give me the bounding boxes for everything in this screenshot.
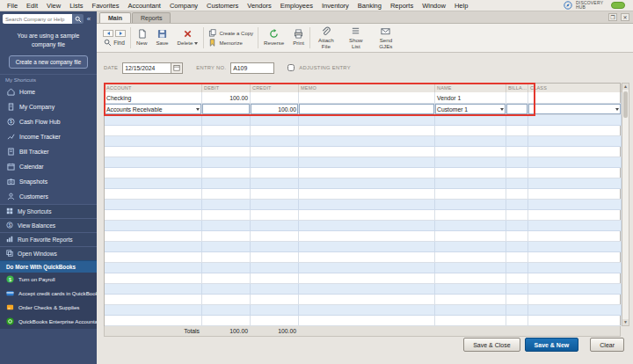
- create-copy-button[interactable]: Create a Copy: [208, 29, 253, 37]
- sidebar-item-turn-on-payroll[interactable]: $ Turn on Payroll: [0, 273, 97, 287]
- journal-empty-cell[interactable]: [202, 242, 251, 252]
- journal-empty-cell[interactable]: [299, 273, 435, 284]
- journal-empty-cell[interactable]: [299, 178, 435, 189]
- journal-empty-row[interactable]: [105, 316, 620, 326]
- journal-empty-row[interactable]: [105, 263, 620, 273]
- journal-empty-cell[interactable]: [506, 221, 528, 231]
- journal-empty-cell[interactable]: [528, 136, 622, 147]
- journal-empty-cell[interactable]: [506, 136, 528, 147]
- account-dropdown-icon[interactable]: [196, 108, 200, 111]
- menu-item-reports[interactable]: Reports: [386, 2, 418, 10]
- journal-empty-cell[interactable]: [251, 210, 299, 221]
- journal-empty-cell[interactable]: [299, 168, 435, 178]
- forward-button[interactable]: [115, 30, 126, 37]
- journal-empty-cell[interactable]: [506, 252, 528, 263]
- save-new-button[interactable]: Save & New: [525, 338, 579, 352]
- memo-cell[interactable]: [299, 92, 435, 104]
- journal-empty-row[interactable]: [105, 126, 620, 136]
- journal-empty-cell[interactable]: [528, 126, 622, 136]
- journal-empty-cell[interactable]: [506, 157, 528, 168]
- journal-empty-cell[interactable]: [528, 178, 622, 189]
- journal-empty-cell[interactable]: [105, 231, 202, 242]
- clear-button[interactable]: Clear: [590, 338, 624, 352]
- journal-empty-cell[interactable]: [251, 305, 299, 316]
- journal-empty-cell[interactable]: [528, 231, 622, 242]
- journal-empty-cell[interactable]: [202, 221, 251, 231]
- journal-empty-cell[interactable]: [435, 284, 506, 295]
- account-cell[interactable]: Checking: [105, 92, 202, 104]
- journal-empty-cell[interactable]: [299, 189, 435, 200]
- journal-empty-cell[interactable]: [528, 147, 622, 157]
- journal-empty-cell[interactable]: [251, 263, 299, 273]
- journal-empty-row[interactable]: [105, 305, 620, 316]
- journal-empty-cell[interactable]: [506, 115, 528, 126]
- journal-empty-cell[interactable]: [251, 273, 299, 284]
- journal-empty-cell[interactable]: [435, 200, 506, 210]
- journal-empty-cell[interactable]: [202, 147, 251, 157]
- journal-empty-cell[interactable]: [105, 157, 202, 168]
- journal-empty-cell[interactable]: [105, 168, 202, 178]
- name-cell[interactable]: Vendor 1: [435, 92, 506, 104]
- credit-cell[interactable]: 100.00: [251, 104, 299, 115]
- journal-empty-cell[interactable]: [105, 178, 202, 189]
- journal-empty-cell[interactable]: [202, 200, 251, 210]
- tab-main[interactable]: Main: [99, 12, 131, 23]
- journal-empty-cell[interactable]: [251, 242, 299, 252]
- close-window-icon[interactable]: ✕: [621, 13, 629, 21]
- journal-empty-cell[interactable]: [105, 305, 202, 316]
- sidebar-collapse-button[interactable]: «: [84, 14, 94, 24]
- menu-item-customers[interactable]: Customers: [202, 2, 243, 10]
- journal-empty-cell[interactable]: [105, 263, 202, 273]
- journal-empty-cell[interactable]: [528, 273, 622, 284]
- show-list-button[interactable]: Show List: [341, 25, 371, 51]
- journal-empty-cell[interactable]: [105, 189, 202, 200]
- journal-empty-cell[interactable]: [506, 295, 528, 305]
- journal-empty-cell[interactable]: [202, 210, 251, 221]
- journal-empty-cell[interactable]: [251, 136, 299, 147]
- journal-empty-cell[interactable]: [251, 147, 299, 157]
- sidebar-item-income-tracker[interactable]: Income Tracker: [0, 129, 97, 144]
- journal-empty-cell[interactable]: [202, 284, 251, 295]
- entry-no-input[interactable]: [230, 62, 274, 74]
- journal-empty-cell[interactable]: [299, 231, 435, 242]
- journal-empty-row[interactable]: [105, 295, 620, 305]
- journal-empty-cell[interactable]: [435, 263, 506, 273]
- sidebar-item-snapshots[interactable]: Snapshots: [0, 174, 97, 189]
- search-button[interactable]: [72, 14, 84, 24]
- journal-empty-cell[interactable]: [435, 168, 506, 178]
- menu-item-banking[interactable]: Banking: [353, 2, 386, 10]
- journal-empty-cell[interactable]: [435, 273, 506, 284]
- journal-empty-cell[interactable]: [299, 126, 435, 136]
- search-input[interactable]: [3, 14, 72, 24]
- print-button[interactable]: Print: [288, 25, 309, 51]
- journal-empty-cell[interactable]: [202, 178, 251, 189]
- journal-empty-cell[interactable]: [251, 126, 299, 136]
- menu-item-inventory[interactable]: Inventory: [317, 2, 353, 10]
- journal-empty-cell[interactable]: [506, 189, 528, 200]
- journal-empty-cell[interactable]: [435, 126, 506, 136]
- journal-empty-cell[interactable]: [506, 210, 528, 221]
- journal-empty-cell[interactable]: [299, 305, 435, 316]
- find-button[interactable]: Find: [104, 39, 125, 47]
- journal-empty-cell[interactable]: [251, 231, 299, 242]
- journal-empty-cell[interactable]: [299, 210, 435, 221]
- menu-item-company[interactable]: Company: [165, 2, 202, 10]
- sidebar-item-order-checks-supplies[interactable]: Order Checks & Supplies: [0, 301, 97, 315]
- discovery-hub-icon[interactable]: [564, 1, 572, 10]
- restore-window-icon[interactable]: ❐: [608, 13, 617, 21]
- journal-empty-cell[interactable]: [435, 305, 506, 316]
- menu-item-accountant[interactable]: Accountant: [123, 2, 165, 10]
- discovery-hub-label[interactable]: DISCOVERY HUB: [576, 1, 608, 11]
- attach-file-button[interactable]: Attach File: [311, 25, 341, 51]
- journal-empty-cell[interactable]: [506, 242, 528, 252]
- journal-empty-cell[interactable]: [528, 263, 622, 273]
- journal-empty-cell[interactable]: [251, 252, 299, 263]
- save-button[interactable]: Save: [151, 25, 172, 51]
- sidebar-item-bill-tracker[interactable]: Bill Tracker: [0, 144, 97, 159]
- journal-empty-cell[interactable]: [528, 295, 622, 305]
- journal-empty-cell[interactable]: [105, 284, 202, 295]
- back-button[interactable]: [103, 30, 113, 37]
- panel-my-shortcuts[interactable]: My Shortcuts: [0, 204, 97, 218]
- journal-empty-cell[interactable]: [251, 168, 299, 178]
- journal-empty-cell[interactable]: [202, 168, 251, 178]
